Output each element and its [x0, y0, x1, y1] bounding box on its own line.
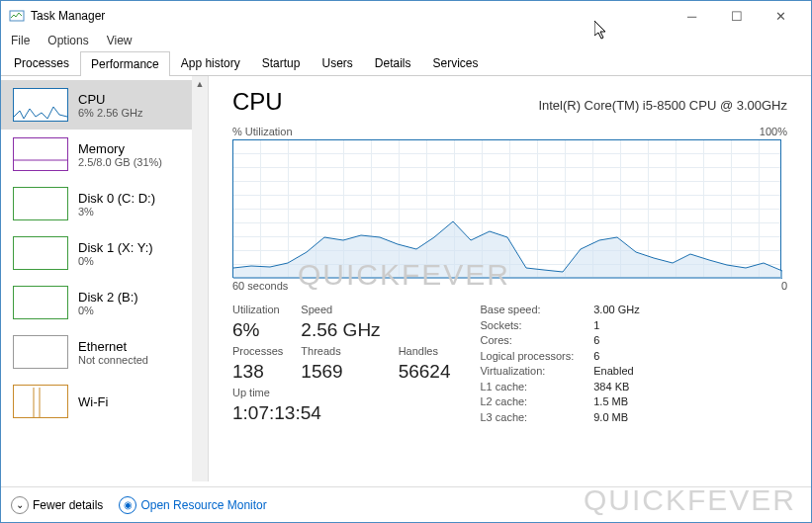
menu-file[interactable]: File: [11, 34, 30, 47]
uptime-label: Up time: [232, 387, 450, 398]
speed-label: Speed: [301, 304, 380, 315]
l1-label: L1 cache:: [480, 381, 574, 394]
memory-thumb-icon: [13, 137, 68, 171]
cores-label: Cores:: [480, 334, 574, 348]
sidebar-label: Disk 1 (X: Y:): [78, 240, 153, 255]
sidebar-sub: 6% 2.56 GHz: [78, 107, 142, 119]
cpu-chart: [232, 139, 781, 278]
window-title: Task Manager: [31, 9, 105, 23]
sidebar-sub: 2.5/8.0 GB (31%): [78, 156, 162, 168]
main-panel: CPU Intel(R) Core(TM) i5-8500 CPU @ 3.00…: [209, 76, 811, 481]
l2-value: 1.5 MB: [593, 395, 639, 409]
ethernet-thumb-icon: [13, 335, 68, 369]
sidebar-label: Wi-Fi: [78, 394, 108, 409]
chart-xmax: 60 seconds: [232, 280, 288, 292]
scroll-up-icon[interactable]: ▲: [192, 76, 208, 92]
tab-performance[interactable]: Performance: [80, 51, 170, 76]
sidebar-item-disk2[interactable]: Disk 2 (B:)0%: [1, 278, 208, 327]
chevron-down-icon: ⌄: [11, 496, 29, 514]
sockets-label: Sockets:: [480, 319, 574, 333]
tab-users[interactable]: Users: [311, 50, 363, 75]
speed-value: 2.56 GHz: [301, 319, 380, 341]
util-value: 6%: [232, 319, 283, 341]
l1-value: 384 KB: [593, 381, 639, 394]
virt-label: Virtualization:: [480, 365, 574, 379]
tab-processes[interactable]: Processes: [3, 50, 80, 75]
disk-thumb-icon: [13, 286, 68, 319]
threads-value: 1569: [301, 361, 380, 383]
menu-view[interactable]: View: [107, 34, 133, 47]
sidebar-item-cpu[interactable]: CPU6% 2.56 GHz: [1, 80, 208, 130]
tab-services[interactable]: Services: [422, 50, 490, 75]
handles-value: 56624: [399, 361, 451, 383]
fewer-details-button[interactable]: ⌄Fewer details: [11, 496, 103, 514]
sidebar-sub: 0%: [78, 305, 138, 316]
uptime-value: 1:07:13:54: [232, 402, 450, 424]
cpu-details: Base speed:3.00 GHz Sockets:1 Cores:6 Lo…: [480, 304, 639, 424]
cpu-model: Intel(R) Core(TM) i5-8500 CPU @ 3.00GHz: [538, 98, 787, 113]
menu-bar: File Options View: [1, 31, 811, 50]
chart-xmin: 0: [781, 280, 787, 292]
tab-strip: Processes Performance App history Startu…: [1, 50, 811, 76]
sidebar-item-memory[interactable]: Memory2.5/8.0 GB (31%): [1, 130, 208, 179]
chart-ymax: 100%: [760, 126, 787, 137]
title-bar: Task Manager ─ ☐ ✕: [1, 1, 811, 31]
l3-label: L3 cache:: [480, 411, 574, 425]
sidebar-sub: 3%: [78, 206, 155, 218]
sidebar-item-wifi[interactable]: Wi-Fi: [1, 377, 208, 426]
maximize-button[interactable]: ☐: [714, 1, 759, 31]
tab-app-history[interactable]: App history: [170, 50, 251, 75]
sidebar-label: CPU: [78, 92, 142, 107]
l2-label: L2 cache:: [480, 395, 574, 409]
util-label: Utilization: [232, 304, 283, 315]
open-resource-monitor-link[interactable]: ◉Open Resource Monitor: [119, 496, 266, 514]
cores-value: 6: [593, 334, 639, 348]
virt-value: Enabled: [593, 365, 639, 379]
chart-ylabel: % Utilization: [232, 126, 293, 137]
base-speed-label: Base speed:: [480, 304, 574, 317]
wifi-thumb-icon: [13, 385, 68, 418]
minimize-button[interactable]: ─: [670, 1, 714, 31]
sidebar-sub: Not connected: [78, 354, 148, 366]
sidebar-label: Memory: [78, 141, 162, 156]
tab-details[interactable]: Details: [364, 50, 422, 75]
disk-thumb-icon: [13, 187, 68, 220]
footer-bar: ⌄Fewer details ◉Open Resource Monitor: [1, 486, 811, 522]
proc-value: 138: [232, 361, 283, 383]
tab-startup[interactable]: Startup: [251, 50, 312, 75]
app-icon: [9, 8, 25, 24]
sidebar-item-disk0[interactable]: Disk 0 (C: D:)3%: [1, 179, 208, 228]
stats-block: Utilization Speed 6% 2.56 GHz Processes …: [232, 304, 450, 424]
sidebar-item-disk1[interactable]: Disk 1 (X: Y:)0%: [1, 228, 208, 278]
sidebar-label: Disk 0 (C: D:): [78, 191, 155, 206]
logical-proc-value: 6: [593, 350, 639, 364]
sidebar-sub: 0%: [78, 255, 153, 267]
monitor-icon: ◉: [119, 496, 136, 514]
close-button[interactable]: ✕: [759, 1, 803, 31]
sidebar-item-ethernet[interactable]: EthernetNot connected: [1, 327, 208, 377]
cpu-thumb-icon: [13, 88, 68, 122]
sockets-value: 1: [593, 319, 639, 333]
handles-label: Handles: [399, 345, 451, 357]
page-title: CPU: [232, 88, 283, 116]
sidebar-label: Disk 2 (B:): [78, 290, 138, 305]
l3-value: 9.0 MB: [593, 411, 639, 425]
base-speed-value: 3.00 GHz: [593, 304, 639, 317]
sidebar-scrollbar[interactable]: ▲: [192, 76, 208, 481]
logical-proc-label: Logical processors:: [480, 350, 574, 364]
disk-thumb-icon: [13, 236, 68, 270]
threads-label: Threads: [301, 345, 380, 357]
sidebar: CPU6% 2.56 GHz Memory2.5/8.0 GB (31%) Di…: [1, 76, 209, 481]
sidebar-label: Ethernet: [78, 339, 148, 354]
menu-options[interactable]: Options: [47, 34, 88, 47]
proc-label: Processes: [232, 345, 283, 357]
